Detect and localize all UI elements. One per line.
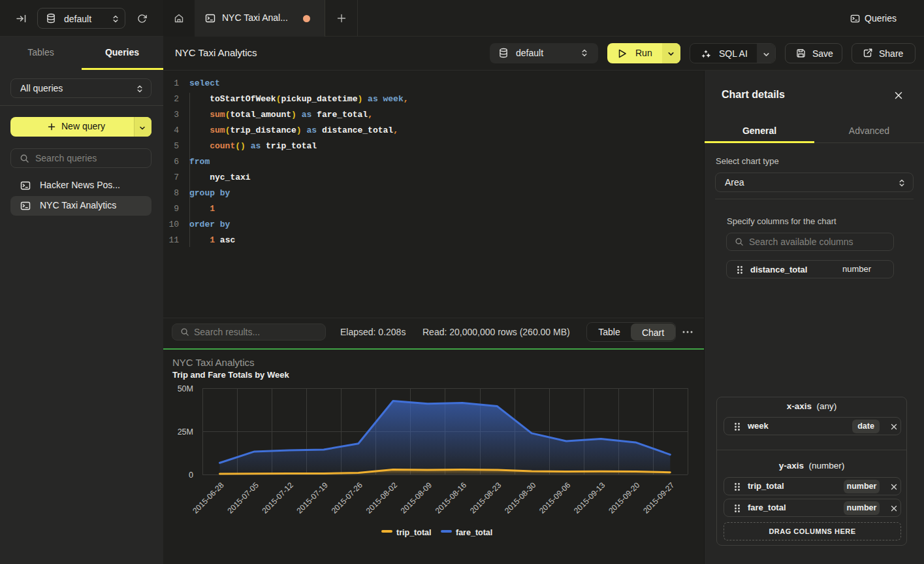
svg-text:fare_total: fare_total: [456, 528, 492, 537]
svg-text:NYC Taxi Analytics: NYC Taxi Analytics: [172, 357, 255, 368]
svg-text:2015-07-19: 2015-07-19: [295, 480, 330, 516]
svg-text:2015-07-12: 2015-07-12: [261, 480, 296, 516]
svg-text:2015-08-16: 2015-08-16: [434, 480, 469, 516]
svg-text:2015-07-05: 2015-07-05: [225, 480, 261, 516]
svg-text:2015-09-27: 2015-09-27: [641, 480, 677, 516]
svg-text:2015-07-26: 2015-07-26: [330, 480, 365, 516]
svg-text:2015-08-23: 2015-08-23: [468, 480, 503, 516]
svg-text:2015-08-09: 2015-08-09: [399, 480, 434, 516]
svg-text:trip_total: trip_total: [396, 528, 431, 537]
svg-text:2015-09-13: 2015-09-13: [572, 480, 607, 516]
svg-text:2015-09-20: 2015-09-20: [607, 480, 642, 516]
svg-text:2015-08-30: 2015-08-30: [503, 480, 538, 516]
svg-text:50M: 50M: [178, 384, 193, 393]
svg-text:0: 0: [189, 471, 193, 480]
svg-text:Trip and Fare Totals by Week: Trip and Fare Totals by Week: [172, 370, 289, 380]
svg-text:2015-09-06: 2015-09-06: [537, 480, 573, 516]
svg-text:25M: 25M: [178, 427, 193, 437]
svg-text:2015-08-02: 2015-08-02: [364, 480, 400, 516]
svg-text:2015-06-28: 2015-06-28: [191, 480, 226, 516]
